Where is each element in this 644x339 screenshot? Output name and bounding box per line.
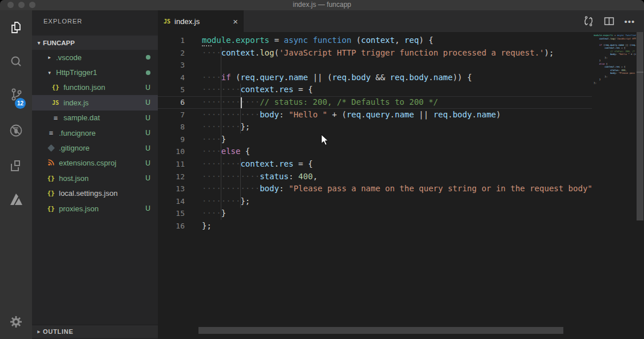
chevron-down-icon: ▾ (35, 40, 43, 46)
azure-icon[interactable] (0, 186, 32, 214)
git-status-badge: U (145, 174, 150, 182)
close-tab-icon[interactable]: × (233, 17, 238, 26)
minimap[interactable]: module.exports = async function (context… (592, 32, 636, 339)
code-line[interactable]: ····context.log('JavaScript HTTP trigger… (158, 47, 592, 60)
git-status-badge: U (145, 84, 150, 92)
window-title: index.js — funcapp (0, 1, 644, 9)
json-file-icon: {} (46, 205, 56, 212)
js-file-icon: JS (164, 18, 170, 25)
js-file-icon: JS (50, 100, 61, 106)
file-name: local.settings.json (59, 189, 118, 198)
code-line[interactable]: ····else { (158, 145, 592, 158)
file-row-local-settings-json[interactable]: {}local.settings.json (32, 186, 158, 201)
file-name: host.json (59, 174, 89, 183)
title-bar: index.js — funcapp (0, 0, 644, 10)
code-line[interactable]: ········}; (158, 121, 592, 133)
code-line[interactable]: }; (158, 220, 592, 232)
scrollbar-band (637, 72, 643, 73)
code-line[interactable] (158, 59, 592, 72)
code-line[interactable]: ············body: "Hello " + (req.query.… (158, 109, 592, 121)
csproj-file-icon (46, 159, 56, 168)
settings-gear-icon[interactable] (0, 308, 32, 336)
json-file-icon: {} (50, 84, 61, 91)
folder-section-header[interactable]: ▾ FUNCAPP (32, 36, 158, 50)
explorer-sidebar: EXPLORER ▾ FUNCAPP ▸.vscode▾HttpTrigger1… (32, 10, 158, 339)
code-lines: module.exports = async function (context… (158, 34, 592, 232)
file-row--funcignore[interactable]: ≡.funcignoreU (32, 125, 158, 140)
git-status-badge: U (145, 98, 150, 107)
hint-underline (202, 45, 212, 46)
horizontal-scrollbar-thumb[interactable] (198, 327, 563, 334)
folder-section-label: FUNCAPP (43, 40, 75, 46)
minimap-line: }; (594, 81, 636, 85)
file-name: sample.dat (63, 113, 100, 122)
minimap-line: context.log('JavaScript HTTP trigger fun… (594, 37, 636, 41)
extensions-icon[interactable] (0, 152, 32, 180)
split-editor-icon[interactable] (603, 15, 615, 27)
code-line[interactable]: ············body: "Please pass a name on… (158, 183, 592, 195)
text-file-icon: ≡ (46, 129, 56, 137)
chevron-right-icon: ▸ (46, 54, 53, 60)
open-changes-icon[interactable] (582, 15, 595, 27)
file-row-HttpTrigger1[interactable]: ▾HttpTrigger1 (32, 65, 158, 80)
outline-section-header[interactable]: ▸ OUTLINE (32, 325, 158, 338)
vertical-scrollbar[interactable] (636, 32, 644, 339)
code-line[interactable]: ············// status: 200, /* Defaults … (158, 96, 592, 109)
modified-dot-badge (146, 53, 150, 61)
file-row-extensions-csproj[interactable]: extensions.csprojU (32, 156, 158, 171)
vertical-scrollbar-thumb[interactable] (637, 32, 643, 220)
git-status-badge: U (145, 129, 150, 137)
code-line[interactable]: ····} (158, 133, 592, 146)
file-row-index-js[interactable]: JSindex.jsU (32, 95, 158, 110)
sidebar-title: EXPLORER (32, 10, 158, 32)
text-cursor (241, 97, 242, 108)
code-line[interactable]: ····if (req.query.name || (req.body && r… (158, 72, 592, 84)
editor-tab-bar: JS index.js × ••• (158, 10, 644, 32)
activity-bar: 12 (0, 10, 32, 339)
code-line[interactable]: ····} (158, 207, 592, 220)
file-row-proxies-json[interactable]: {}proxies.jsonU (32, 201, 158, 216)
more-actions-icon[interactable]: ••• (623, 15, 636, 27)
code-area: 12345678910111213141516 module.exports =… (158, 32, 592, 339)
git-status-badge: U (145, 114, 150, 122)
chevron-down-icon: ▾ (46, 70, 53, 76)
file-row-function-json[interactable]: {}function.jsonU (32, 80, 158, 95)
chevron-right-icon: ▸ (35, 329, 43, 334)
file-name: .vscode (56, 53, 82, 62)
scm-changes-badge: 12 (15, 98, 26, 109)
code-line[interactable]: module.exports = async function (context… (158, 34, 592, 47)
code-line[interactable]: ········}; (158, 195, 592, 208)
git-file-icon (46, 144, 56, 152)
text-file-icon: ≡ (50, 114, 61, 122)
file-name: proxies.json (59, 204, 98, 213)
vscode-window: index.js — funcapp 12 (0, 0, 644, 339)
git-status-badge: U (145, 204, 150, 212)
file-name: function.json (63, 83, 105, 92)
mouse-pointer (321, 134, 330, 149)
horizontal-scrollbar[interactable] (158, 327, 592, 334)
file-name: index.js (63, 98, 89, 107)
code-line[interactable]: ············status: 400, (158, 171, 592, 183)
file-name: .funcignore (59, 129, 96, 137)
file-name: extensions.csproj (59, 159, 116, 167)
file-row-host-json[interactable]: {}host.jsonU (32, 171, 158, 186)
git-status-badge: U (145, 144, 150, 152)
file-row--gitignore[interactable]: .gitignoreU (32, 140, 158, 155)
modified-dot-badge (146, 69, 150, 77)
json-file-icon: {} (46, 190, 56, 197)
code-editor[interactable]: 12345678910111213141516 module.exports =… (158, 32, 644, 339)
tab-label: index.js (174, 17, 200, 26)
file-row-sample-dat[interactable]: ≡sample.datU (32, 111, 158, 125)
editor-actions: ••• (582, 10, 644, 32)
outline-label: OUTLINE (43, 328, 73, 335)
code-line[interactable]: ········context.res = { (158, 158, 592, 171)
explorer-icon[interactable] (0, 14, 32, 41)
file-row--vscode[interactable]: ▸.vscode (32, 50, 158, 65)
debug-icon[interactable] (0, 117, 32, 144)
tab-index-js[interactable]: JS index.js × (158, 10, 244, 32)
code-line[interactable]: ········context.res = { (158, 84, 592, 96)
file-tree: ▸.vscode▾HttpTrigger1{}function.jsonUJSi… (32, 50, 158, 216)
json-file-icon: {} (46, 175, 56, 182)
search-icon[interactable] (0, 48, 32, 76)
git-status-badge: U (145, 159, 150, 167)
